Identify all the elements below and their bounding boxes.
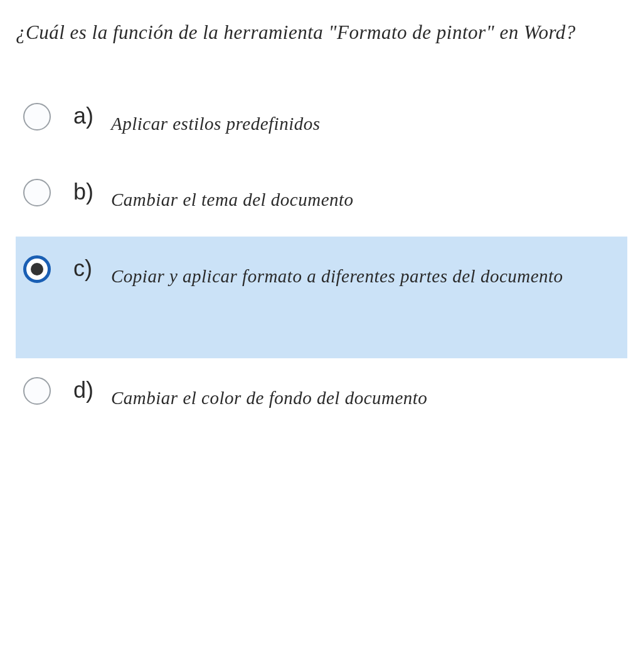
option-a-text: Aplicar estilos predefinidos [111,102,321,143]
option-a-letter: a) [73,102,100,131]
option-a-content: a) Aplicar estilos predefinidos [73,102,616,143]
option-d-letter: d) [73,376,100,405]
option-b-text: Cambiar el tema del documento [111,178,354,219]
option-c-content: c) Copiar y aplicar formato a diferentes… [73,254,616,296]
option-d-text: Cambiar el color de fondo del documento [111,376,427,417]
option-c[interactable]: c) Copiar y aplicar formato a diferentes… [16,237,627,358]
option-b[interactable]: b) Cambiar el tema del documento [16,160,627,237]
option-d-content: d) Cambiar el color de fondo del documen… [73,376,616,417]
options-container: a) Aplicar estilos predefinidos b) Cambi… [16,84,627,435]
option-b-content: b) Cambiar el tema del documento [73,178,616,219]
option-c-text: Copiar y aplicar formato a diferentes pa… [111,254,563,296]
radio-c-dot [31,263,43,275]
radio-d[interactable] [23,377,51,405]
option-a[interactable]: a) Aplicar estilos predefinidos [16,84,627,161]
question-text: ¿Cuál es la función de la herramienta "F… [16,13,627,53]
option-c-letter: c) [73,254,100,284]
option-d[interactable]: d) Cambiar el color de fondo del documen… [16,358,627,435]
radio-b[interactable] [23,179,51,206]
radio-a[interactable] [23,103,51,131]
option-b-letter: b) [73,178,100,207]
radio-c[interactable] [23,255,51,283]
